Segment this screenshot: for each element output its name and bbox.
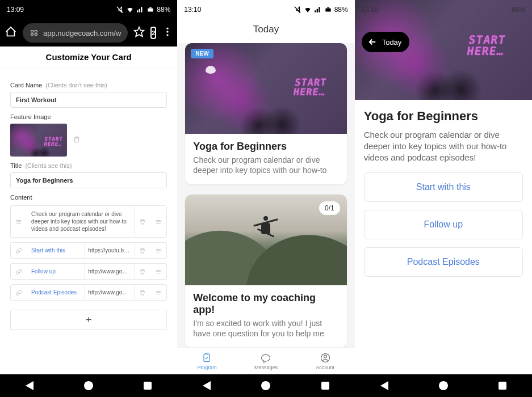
mute-icon [116,6,124,14]
wifi-icon [304,6,312,14]
link-url-input[interactable] [85,243,135,258]
clipboard-icon [201,352,212,364]
hero-text: START HERE… [293,78,328,97]
home-nav-button[interactable] [83,380,94,391]
signal-icon [136,6,144,14]
status-time: 13:10 [362,6,379,14]
tab-label: Messages [254,365,278,370]
svg-rect-20 [156,271,161,272]
link-label-input[interactable]: Podcast Episodes [27,285,85,300]
detail-hero: START HERE… 13:10 88% Today [355,0,532,100]
content-label: Content [10,194,32,201]
reorder-icon[interactable] [150,268,166,275]
svg-rect-12 [16,223,21,223]
svg-rect-15 [156,223,161,223]
svg-point-7 [167,28,169,29]
recent-nav-button[interactable] [320,380,331,391]
svg-rect-4 [31,33,33,35]
back-nav-button[interactable] [24,380,35,391]
action-button[interactable]: Podcast Episodes [364,247,523,277]
status-battery: 88% [334,6,348,14]
status-bar: 13:09 88% [0,0,177,19]
status-time: 13:10 [184,6,201,14]
url-text: app.nudgecoach.com/w [43,29,121,37]
delete-block-button[interactable] [135,218,150,225]
tab-account[interactable]: Account [296,348,355,374]
delete-link-button[interactable] [135,247,150,254]
browser-address-bar: app.nudgecoach.com/w 2 [0,19,177,47]
link-label-input[interactable]: Start with this [27,243,85,258]
svg-rect-10 [16,220,21,221]
link-icon [11,268,27,275]
content-text[interactable]: Check our program calendar or dive deepe… [27,206,135,237]
menu-icon[interactable] [162,26,173,40]
reorder-icon[interactable] [150,218,166,225]
bottom-tab-bar: Program Messages Account [177,347,354,374]
svg-point-8 [167,31,169,32]
delete-link-button[interactable] [135,289,150,296]
link-url-input[interactable] [85,264,135,279]
link-url-input[interactable] [85,285,135,300]
reorder-icon[interactable] [150,289,166,296]
new-badge: NEW [191,49,213,58]
hero-text: START HERE… [44,137,64,147]
mute-icon [294,6,301,14]
program-card[interactable]: 0/1 Welcome to my coaching app! I'm so e… [185,195,346,347]
svg-rect-13 [156,220,161,221]
delete-link-button[interactable] [135,268,150,275]
link-block: Follow up [10,263,167,280]
svg-rect-18 [156,252,161,252]
delete-image-button[interactable] [73,136,81,145]
svg-rect-21 [156,273,161,273]
svg-point-29 [324,355,326,358]
card-title: Welcome to my coaching app! [193,292,338,316]
android-navbar [355,374,532,397]
feature-image-thumb[interactable]: START HERE… [10,124,67,157]
card-name-input[interactable] [10,92,167,108]
tab-program[interactable]: Program [177,348,236,374]
svg-rect-2 [31,31,33,32]
status-bar: 13:10 88% [355,0,532,19]
svg-rect-14 [156,221,161,222]
program-card[interactable]: NEW START HERE… Yoga for Beginners Check… [185,43,346,184]
chat-icon [260,352,271,364]
page-title: Customize Your Card [0,47,177,69]
bookmark-icon[interactable] [133,26,145,40]
android-navbar [0,374,177,397]
content-text-block: Check our program calendar or dive deepe… [10,205,167,238]
arrow-left-icon [367,37,378,47]
home-nav-button[interactable] [260,380,271,391]
drag-handle-icon[interactable] [11,218,27,225]
tab-messages[interactable]: Messages [236,348,295,374]
recent-nav-button[interactable] [142,380,153,391]
action-button[interactable]: Start with this [364,172,523,202]
back-button[interactable]: Today [362,32,410,52]
link-label-input[interactable]: Follow up [27,264,85,279]
signal-icon [314,6,322,14]
back-nav-button[interactable] [201,380,212,391]
home-nav-button[interactable] [438,380,449,391]
svg-rect-1 [150,7,152,9]
home-icon[interactable] [5,26,17,40]
svg-point-9 [167,34,169,36]
site-settings-icon [30,28,39,37]
action-button[interactable]: Follow up [364,210,523,239]
svg-rect-22 [156,291,161,292]
wifi-icon [126,6,134,14]
jumper-figure [249,212,283,246]
card-name-label: Card Name [10,82,42,88]
svg-rect-23 [156,292,161,293]
feature-image-label: Feature Image [10,113,51,120]
link-block: Start with this [10,242,167,259]
tab-count[interactable]: 2 [150,27,156,39]
recent-nav-button[interactable] [497,380,508,391]
cloud-icon [206,66,216,74]
title-input[interactable] [10,172,167,188]
card-title: Yoga for Beginners [193,141,338,153]
reorder-icon[interactable] [150,247,166,254]
title-hint: (Clients see this) [25,162,72,169]
add-block-button[interactable]: + [10,310,167,330]
url-field[interactable]: app.nudgecoach.com/w [23,23,128,43]
back-nav-button[interactable] [379,380,390,391]
detail-description: Check our program calendar or dive deepe… [364,129,523,163]
